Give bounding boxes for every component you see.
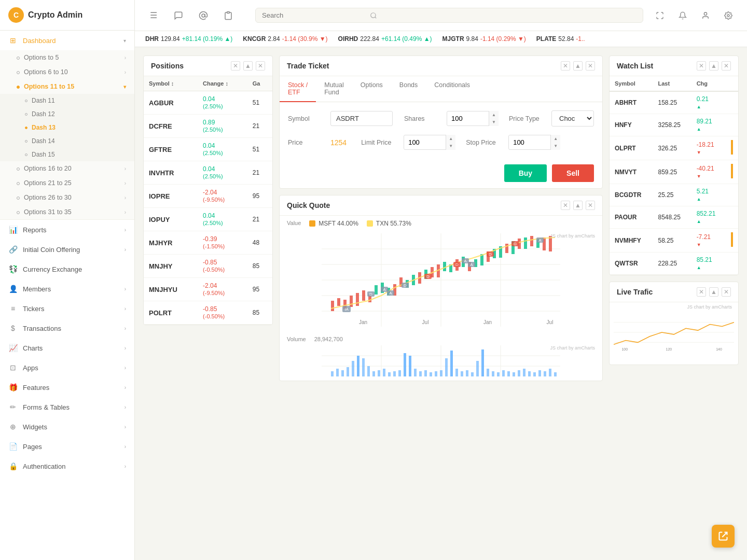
- spin-down[interactable]: ▼: [489, 119, 499, 127]
- limit-price-input-wrap: ▲ ▼: [404, 135, 455, 150]
- user-icon[interactable]: [697, 7, 714, 24]
- spin-up[interactable]: ▲: [489, 111, 499, 119]
- app-logo[interactable]: C Crypto Admin: [0, 0, 134, 31]
- svg-rect-112: [481, 349, 484, 376]
- fullscreen-icon[interactable]: [652, 7, 668, 24]
- buy-button[interactable]: Buy: [504, 164, 547, 182]
- panel-minimize-btn[interactable]: ✕: [586, 201, 595, 210]
- spin-down[interactable]: ▼: [446, 143, 455, 150]
- sidebar-item-auth[interactable]: 🔒 Authentication ›: [0, 456, 134, 476]
- panel-collapse-btn[interactable]: ▲: [573, 61, 583, 71]
- sell-button[interactable]: Sell: [552, 164, 594, 182]
- clipboard-icon[interactable]: [220, 7, 237, 24]
- tab-options[interactable]: Options: [352, 76, 391, 102]
- tab-conditionals[interactable]: Conditionals: [426, 76, 478, 102]
- tab-mutual-fund[interactable]: MutualFund: [316, 76, 352, 102]
- sidebar-item-dashboard[interactable]: ⊞ Dashboard ▾: [0, 31, 134, 50]
- tab-bonds[interactable]: Bonds: [391, 76, 426, 102]
- tab-stock-etf[interactable]: Stock /ETF: [280, 76, 316, 102]
- sidebar-sub-options4[interactable]: Options 16 to 20 ›: [0, 161, 134, 176]
- price-type-label: Price Type: [509, 115, 545, 122]
- sidebar-item-pages[interactable]: 📄 Pages ›: [0, 437, 134, 456]
- sidebar: C Crypto Admin ⊞ Dashboard ▾ Options to …: [0, 0, 135, 560]
- spin-down[interactable]: ▼: [551, 143, 560, 150]
- bell-icon[interactable]: [674, 7, 691, 24]
- table-row: POLRT -0.85(-0.50%) 85: [144, 301, 272, 325]
- panel-controls: ✕ ▲ ✕: [561, 201, 595, 210]
- sidebar-sub-options1[interactable]: Options to 5 ›: [0, 50, 134, 65]
- svg-rect-117: [507, 371, 510, 376]
- svg-rect-83: [331, 371, 334, 376]
- sidebar-item-currency[interactable]: 💱 Currency Exchange: [0, 259, 134, 279]
- svg-text:A: A: [383, 287, 386, 292]
- sidebar-item-dash13[interactable]: Dash 13: [0, 121, 134, 134]
- panel-minimize-btn[interactable]: ✕: [722, 61, 731, 71]
- table-row: GFTRE 0.04(2.50%) 51: [144, 138, 272, 161]
- pos-val: 21: [247, 115, 272, 138]
- sidebar-item-dash14[interactable]: Dash 14: [0, 134, 134, 148]
- svg-rect-105: [445, 358, 448, 376]
- settings-icon[interactable]: [720, 7, 737, 24]
- search-input[interactable]: [262, 11, 366, 19]
- svg-rect-119: [518, 370, 520, 376]
- sidebar-item-dash15[interactable]: Dash 15: [0, 148, 134, 161]
- menu-icon[interactable]: ☰: [145, 7, 162, 24]
- at-icon[interactable]: [195, 7, 212, 24]
- svg-rect-46: [530, 236, 533, 246]
- shares-input-wrap: ▲ ▼: [447, 111, 499, 126]
- sidebar-item-reports[interactable]: 📊 Reports ›: [0, 220, 134, 240]
- panel-close-btn[interactable]: ✕: [697, 287, 706, 297]
- chat-icon[interactable]: [170, 7, 187, 24]
- search-bar[interactable]: [255, 8, 643, 23]
- panel-minimize-btn[interactable]: ✕: [256, 61, 265, 71]
- price-type-select[interactable]: Choc Limit Market: [551, 110, 594, 127]
- sidebar-item-dash12[interactable]: Dash 12: [0, 107, 134, 121]
- sidebar-item-charts[interactable]: 📈 Charts ›: [0, 338, 134, 358]
- sidebar-item-ico[interactable]: 🔗 Initial Coin Offering ›: [0, 240, 134, 259]
- panel-collapse-btn[interactable]: ▲: [709, 61, 718, 71]
- sidebar-item-tickers[interactable]: ≡ Tickers ›: [0, 299, 134, 318]
- sidebar-item-dash11[interactable]: Dash 11: [0, 94, 134, 107]
- limit-spinners: ▲ ▼: [446, 135, 455, 150]
- panel-collapse-btn[interactable]: ▲: [709, 287, 718, 297]
- panel-close-btn[interactable]: ✕: [561, 61, 570, 71]
- price-label: Price: [288, 139, 324, 146]
- panel-collapse-btn[interactable]: ▲: [243, 61, 253, 71]
- sidebar-item-members[interactable]: 👤 Members ›: [0, 279, 134, 299]
- positions-panel: Positions ✕ ▲ ✕ Symbol ↕ Change ↕ Ga: [143, 55, 273, 325]
- list-item: HNFY 3258.25 89.21▲: [610, 114, 738, 136]
- spin-up[interactable]: ▲: [446, 135, 455, 143]
- sidebar-sub-options2[interactable]: Options 6 to 10 ›: [0, 65, 134, 79]
- spin-up[interactable]: ▲: [551, 135, 560, 143]
- dashboard-section: ⊞ Dashboard ▾ Options to 5 › Options 6 t…: [0, 31, 134, 220]
- symbol-input[interactable]: [330, 111, 393, 126]
- positions-table-wrap: Symbol ↕ Change ↕ Ga AGBUR 0.04(2.50%) 5…: [144, 76, 272, 325]
- panel-collapse-btn[interactable]: ▲: [573, 201, 583, 210]
- sidebar-sub-options6[interactable]: Options 26 to 30 ›: [0, 190, 134, 205]
- sidebar-item-forms[interactable]: ✏ Forms & Tables ›: [0, 397, 134, 417]
- list-item: PAOUR 8548.25 852.21▲: [610, 206, 738, 229]
- panel-close-btn[interactable]: ✕: [231, 61, 240, 71]
- sidebar-item-apps[interactable]: ⊡ Apps ›: [0, 358, 134, 377]
- stop-price-input-wrap: ▲ ▼: [508, 135, 560, 150]
- float-action-btn[interactable]: [712, 525, 735, 548]
- sidebar-item-transactions[interactable]: $ Transactions ›: [0, 318, 134, 338]
- sidebar-item-features[interactable]: 🎁 Features ›: [0, 377, 134, 397]
- sidebar-sub-options3[interactable]: Options 11 to 15 ▾: [0, 79, 134, 94]
- svg-rect-122: [533, 372, 536, 376]
- svg-rect-89: [362, 358, 365, 376]
- panel-minimize-btn[interactable]: ✕: [722, 287, 731, 297]
- wl-bar-cell: [726, 206, 738, 229]
- svg-rect-118: [513, 372, 515, 376]
- chevron-icon: ›: [125, 345, 126, 351]
- list-item: OLPRT 326.25 -18.21▼: [610, 136, 738, 160]
- panel-close-btn[interactable]: ✕: [561, 201, 570, 210]
- sidebar-sub-options7[interactable]: Options 31 to 35 ›: [0, 205, 134, 219]
- svg-text:D: D: [514, 242, 517, 246]
- sidebar-item-widgets[interactable]: ⊕ Widgets ›: [0, 417, 134, 437]
- trade-symbol-row: Symbol Shares ▲ ▼ Price Type Choc: [288, 110, 594, 127]
- panel-minimize-btn[interactable]: ✕: [586, 61, 595, 71]
- panel-close-btn[interactable]: ✕: [697, 61, 706, 71]
- sidebar-sub-options5[interactable]: Options 21 to 25 ›: [0, 176, 134, 190]
- wl-chg: -18.21▼: [691, 136, 726, 160]
